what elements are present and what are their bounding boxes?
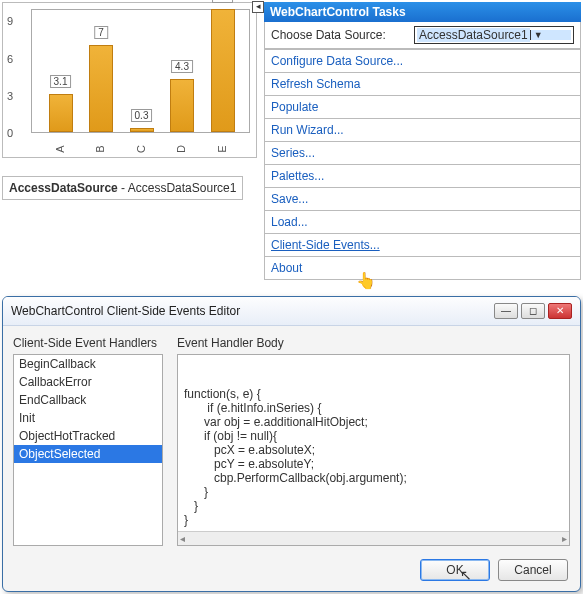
task-link[interactable]: Refresh Schema xyxy=(271,77,360,91)
bar-chart: 3.170.34.39.9 0369 ABCDE xyxy=(2,2,257,158)
task-item[interactable]: About xyxy=(264,257,581,280)
cancel-button[interactable]: Cancel xyxy=(498,559,568,581)
task-link[interactable]: Configure Data Source... xyxy=(271,54,403,68)
body-heading: Event Handler Body xyxy=(177,334,570,354)
chevron-down-icon[interactable]: ▼ xyxy=(530,30,571,40)
list-item[interactable]: BeginCallback xyxy=(14,355,162,373)
ok-button[interactable]: OK xyxy=(420,559,490,581)
y-tick: 6 xyxy=(7,53,13,65)
code-editor[interactable]: function(s, e) { if (e.hitInfo.inSeries)… xyxy=(177,354,570,546)
choose-datasource-label: Choose Data Source: xyxy=(271,28,386,42)
list-item[interactable]: EndCallback xyxy=(14,391,162,409)
datasource-type: AccessDataSource xyxy=(9,181,118,195)
dialog-title: WebChartControl Client-Side Events Edito… xyxy=(11,304,491,318)
smart-tag-icon[interactable] xyxy=(252,1,264,13)
x-tick: A xyxy=(54,145,66,152)
task-link[interactable]: Palettes... xyxy=(271,169,324,183)
x-tick: D xyxy=(175,145,187,153)
task-item[interactable]: Run Wizard... xyxy=(264,119,581,142)
bar-label: 7 xyxy=(94,26,108,39)
task-item[interactable]: Palettes... xyxy=(264,165,581,188)
task-item[interactable]: Series... xyxy=(264,142,581,165)
task-link[interactable]: Run Wizard... xyxy=(271,123,344,137)
bar-label: 9.9 xyxy=(212,0,234,3)
bar-label: 0.3 xyxy=(131,109,153,122)
datasource-badge: AccessDataSource - AccessDataSource1 xyxy=(2,176,243,200)
datasource-dropdown[interactable]: AccessDataSource1 ▼ xyxy=(414,26,574,44)
bar-D xyxy=(170,79,194,132)
dialog-titlebar: WebChartControl Client-Side Events Edito… xyxy=(3,297,580,326)
x-tick: B xyxy=(94,145,106,152)
list-item[interactable]: Init xyxy=(14,409,162,427)
choose-datasource-row: Choose Data Source: AccessDataSource1 ▼ xyxy=(264,22,581,49)
x-tick: C xyxy=(135,145,147,153)
handlers-listbox[interactable]: BeginCallbackCallbackErrorEndCallbackIni… xyxy=(13,354,163,546)
list-item[interactable]: ObjectHotTracked xyxy=(14,427,162,445)
task-link[interactable]: About xyxy=(271,261,302,275)
datasource-selected: AccessDataSource1 xyxy=(417,28,530,42)
bar-label: 3.1 xyxy=(50,75,72,88)
task-item[interactable]: Refresh Schema xyxy=(264,73,581,96)
task-item[interactable]: Save... xyxy=(264,188,581,211)
tasks-title: WebChartControl Tasks xyxy=(264,2,581,22)
bar-E xyxy=(211,9,235,132)
task-item[interactable]: Load... xyxy=(264,211,581,234)
y-tick: 9 xyxy=(7,15,13,27)
tasks-panel: WebChartControl Tasks Choose Data Source… xyxy=(264,2,581,280)
code-text: function(s, e) { if (e.hitInfo.inSeries)… xyxy=(184,387,563,527)
task-link[interactable]: Populate xyxy=(271,100,318,114)
datasource-name: AccessDataSource1 xyxy=(128,181,237,195)
y-tick: 3 xyxy=(7,90,13,102)
task-link[interactable]: Series... xyxy=(271,146,315,160)
bar-B xyxy=(89,45,113,132)
bar-A xyxy=(49,94,73,132)
x-tick: E xyxy=(216,145,228,152)
bar-C xyxy=(130,128,154,132)
bar-label: 4.3 xyxy=(171,60,193,73)
minimize-button[interactable]: — xyxy=(494,303,518,319)
task-link[interactable]: Client-Side Events... xyxy=(271,238,380,252)
task-item[interactable]: Configure Data Source... xyxy=(264,49,581,73)
list-item[interactable]: CallbackError xyxy=(14,373,162,391)
task-item[interactable]: Client-Side Events... xyxy=(264,234,581,257)
events-editor-dialog: WebChartControl Client-Side Events Edito… xyxy=(2,296,581,592)
y-tick: 0 xyxy=(7,127,13,139)
task-link[interactable]: Save... xyxy=(271,192,308,206)
list-item[interactable]: ObjectSelected xyxy=(14,445,162,463)
task-link[interactable]: Load... xyxy=(271,215,308,229)
task-item[interactable]: Populate xyxy=(264,96,581,119)
close-button[interactable]: ✕ xyxy=(548,303,572,319)
maximize-button[interactable]: ◻ xyxy=(521,303,545,319)
horizontal-scrollbar[interactable]: ◂▸ xyxy=(178,531,569,545)
handlers-heading: Client-Side Event Handlers xyxy=(13,334,169,354)
